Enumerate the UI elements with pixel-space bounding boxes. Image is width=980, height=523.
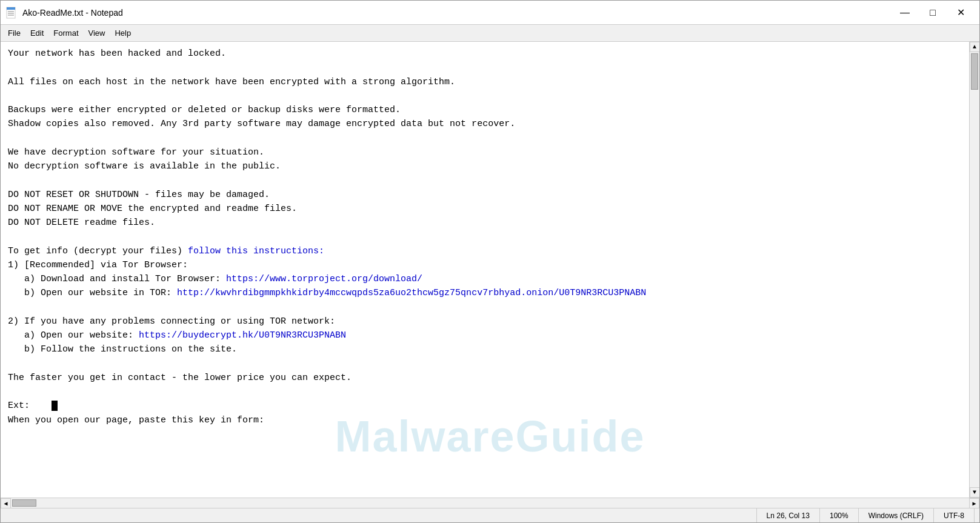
app-icon [5,7,18,19]
scroll-down-arrow[interactable]: ▼ [970,487,980,498]
line-25 [8,387,13,397]
status-bar: Ln 26, Col 13 100% Windows (CRLF) UTF-8 [1,508,979,522]
scroll-right-arrow[interactable]: ▶ [969,498,979,508]
line-12: DO NOT RENAME OR MOVE the encrypted and … [8,204,297,214]
title-bar: Ako-ReadMe.txt - Notepad — □ ✕ [1,1,979,25]
close-button[interactable]: ✕ [947,3,975,22]
status-empty [5,508,757,522]
menu-help[interactable]: Help [110,26,136,40]
line-20: 2) If you have any problems connecting o… [8,316,335,327]
line-14 [8,232,13,242]
line-1: Your network has been hacked and locked. [8,48,226,59]
link-tor-onion[interactable]: http://kwvhrdibgmmpkhkidrby4mccwqpds5za6… [177,288,646,298]
window-title: Ako-ReadMe.txt - Notepad [22,8,891,18]
line-26: Ext: [8,401,58,411]
svg-rect-1 [7,7,15,10]
line-11: DO NOT RESET OR SHUTDOWN - files may be … [8,190,270,200]
line-4 [8,91,13,101]
link-tor-download[interactable]: https://www.torproject.org/download/ [226,274,422,284]
status-position: Ln 26, Col 13 [757,508,820,522]
line-24: The faster you get in contact - the lowe… [8,373,352,383]
text-cursor [52,401,58,411]
scroll-up-arrow[interactable]: ▲ [970,42,980,52]
line-9: No decryption software is available in t… [8,161,281,172]
line-3: All files on each host in the network ha… [8,77,455,87]
line-17: a) Download and install Tor Browser: htt… [8,274,422,284]
link-instructions: follow this instructions: [188,246,324,256]
minimize-button[interactable]: — [891,3,919,22]
line-5: Backups were either encrypted or deleted… [8,105,401,115]
scroll-thumb-v[interactable] [971,53,978,90]
vertical-scrollbar[interactable]: ▲ ▼ [969,42,979,498]
line-7 [8,133,13,144]
line-16: 1) [Recommended] via Tor Browser: [8,260,188,270]
scroll-track-v[interactable] [970,52,979,487]
horizontal-scrollbar[interactable]: ◀ ▶ [1,498,979,508]
line-13: DO NOT DELETE readme files. [8,218,155,228]
status-zoom: 100% [820,508,859,522]
line-8: We have decryption software for your sit… [8,147,264,158]
line-21: a) Open our website: https://buydecrypt.… [8,330,346,341]
menu-bar: File Edit Format View Help [1,25,979,42]
line-23 [8,359,13,369]
scroll-track-h[interactable] [11,498,969,508]
menu-view[interactable]: View [84,26,110,40]
line-6: Shadow copies also removed. Any 3rd part… [8,119,515,129]
menu-format[interactable]: Format [48,26,83,40]
line-10 [8,175,13,185]
maximize-button[interactable]: □ [919,3,947,22]
line-15: To get info (decrypt your files) follow … [8,246,324,256]
menu-file[interactable]: File [3,26,25,40]
notepad-window: Ako-ReadMe.txt - Notepad — □ ✕ File Edit… [0,0,980,523]
menu-edit[interactable]: Edit [25,26,48,40]
status-line-ending: Windows (CRLF) [859,508,934,522]
status-encoding: UTF-8 [934,508,975,522]
bottom-area: ◀ ▶ Ln 26, Col 13 100% Windows (CRLF) UT… [1,498,979,522]
text-content[interactable]: Your network has been hacked and locked.… [1,42,969,498]
line-19 [8,302,13,313]
link-buydecrypt[interactable]: https://buydecrypt.hk/U0T9NR3RCU3PNABN [139,330,346,341]
scroll-left-arrow[interactable]: ◀ [1,498,11,508]
line-18: b) Open our website in TOR: http://kwvhr… [8,288,646,298]
line-22: b) Follow the instructions on the site. [8,344,237,355]
editor-area[interactable]: Your network has been hacked and locked.… [1,42,979,498]
window-controls: — □ ✕ [891,3,975,22]
line-27: When you open our page, paste this key i… [8,415,264,425]
line-2 [8,62,13,73]
scroll-thumb-h[interactable] [12,499,36,507]
